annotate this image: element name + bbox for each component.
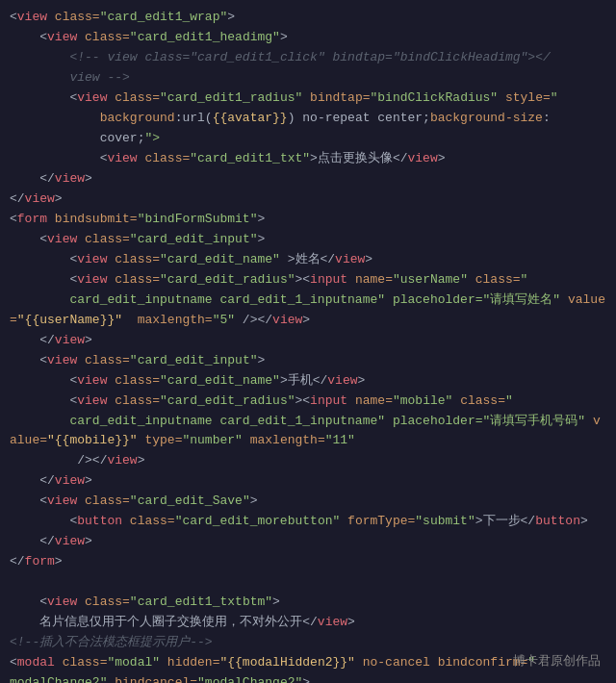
code-line: <view class="card_edit1_radius" bindtap=… <box>0 89 616 109</box>
line-content: <view class="card_edit1_txt">点击更换头像</vie… <box>10 149 606 169</box>
line-content: </view> <box>10 532 606 552</box>
code-line: <view class="card_edit_radius"><input na… <box>0 392 616 412</box>
line-content: <!--插入不合法模态框提示用户--> <box>10 633 606 653</box>
code-line: <view class="card_edit_input"> <box>0 351 616 371</box>
code-line: <view class="card_edit1_txtbtm"> <box>0 593 616 613</box>
code-line: <view class="card_edit1_headimg"> <box>0 28 616 48</box>
code-line: </view> <box>0 169 616 190</box>
code-line: <form bindsubmit="bindFormSubmit"> <box>0 210 616 230</box>
line-content: cover;"> <box>10 129 606 149</box>
code-line: <button class="card_edit_morebutton" for… <box>0 512 616 532</box>
line-content: </view> <box>10 471 606 492</box>
line-content: <view class="card_edit_Save"> <box>10 492 606 512</box>
code-line: <view class="card_edit1_wrap"> <box>0 8 616 28</box>
code-content: <view class="card_edit1_wrap"> <view cla… <box>0 8 616 683</box>
code-line: card_edit_inputname card_edit_1_inputnam… <box>0 412 616 452</box>
code-line: <view class="card_edit_name">手机</view> <box>0 371 616 392</box>
line-content: </view> <box>10 169 606 190</box>
code-line: </view> <box>0 190 616 210</box>
code-line: card_edit_inputname card_edit_1_inputnam… <box>0 291 616 331</box>
line-content: background:url({{avatar}}) no-repeat cen… <box>10 109 606 129</box>
code-line: /></view> <box>0 451 616 471</box>
line-content: <view class="card_edit_name" >姓名</view> <box>10 250 606 270</box>
line-content: <view class="card_edit_radius"><input na… <box>10 270 606 291</box>
line-content: 名片信息仅用于个人圈子交换使用，不对外公开</view> <box>10 613 606 633</box>
line-content: <view class="card_edit1_txtbtm"> <box>10 593 606 613</box>
line-content: <view class="card_edit_name">手机</view> <box>10 371 606 392</box>
line-content: view --> <box>10 68 606 89</box>
line-content: /></view> <box>10 451 606 471</box>
line-content: <!-- view class="card_edit1_click" bindt… <box>10 48 606 68</box>
line-content: <view class="card_edit1_headimg"> <box>10 28 606 48</box>
line-content: <view class="card_edit_radius"><input na… <box>10 392 606 412</box>
code-line: view --> <box>0 68 616 89</box>
code-line: </view> <box>0 532 616 552</box>
line-content: card_edit_inputname card_edit_1_inputnam… <box>10 412 606 452</box>
watermark: 博卡君原创作品 <box>513 651 601 671</box>
code-line: </view> <box>0 471 616 492</box>
line-content: modalChange2" bindcancel="modalChange2"> <box>10 673 606 683</box>
line-content: <form bindsubmit="bindFormSubmit"> <box>10 210 606 230</box>
line-content: card_edit_inputname card_edit_1_inputnam… <box>10 291 606 331</box>
code-line: modalChange2" bindcancel="modalChange2"> <box>0 673 616 683</box>
code-line: <view class="card_edit_name" >姓名</view> <box>0 250 616 270</box>
line-content: </view> <box>10 331 606 351</box>
code-line: <view class="card_edit_radius"><input na… <box>0 270 616 291</box>
code-editor: <view class="card_edit1_wrap"> <view cla… <box>0 0 616 683</box>
line-content: </view> <box>10 190 606 210</box>
line-content: <view class="card_edit_input"> <box>10 230 606 250</box>
line-content: <view class="card_edit_input"> <box>10 351 606 371</box>
line-content: <view class="card_edit1_wrap"> <box>10 8 606 28</box>
code-line: <!--插入不合法模态框提示用户--> <box>0 633 616 653</box>
code-line: <!-- view class="card_edit1_click" bindt… <box>0 48 616 68</box>
code-line: <view class="card_edit_Save"> <box>0 492 616 512</box>
code-line: background:url({{avatar}}) no-repeat cen… <box>0 109 616 129</box>
code-line: <view class="card_edit1_txt">点击更换头像</vie… <box>0 149 616 169</box>
line-content: </form> <box>10 552 606 572</box>
code-line: cover;"> <box>0 129 616 149</box>
line-content: <button class="card_edit_morebutton" for… <box>10 512 606 532</box>
code-line: <view class="card_edit_input"> <box>0 230 616 250</box>
code-line: </view> <box>0 331 616 351</box>
code-line: </form> <box>0 552 616 572</box>
code-line <box>0 572 616 593</box>
code-line: 名片信息仅用于个人圈子交换使用，不对外公开</view> <box>0 613 616 633</box>
line-content: <view class="card_edit1_radius" bindtap=… <box>10 89 606 109</box>
